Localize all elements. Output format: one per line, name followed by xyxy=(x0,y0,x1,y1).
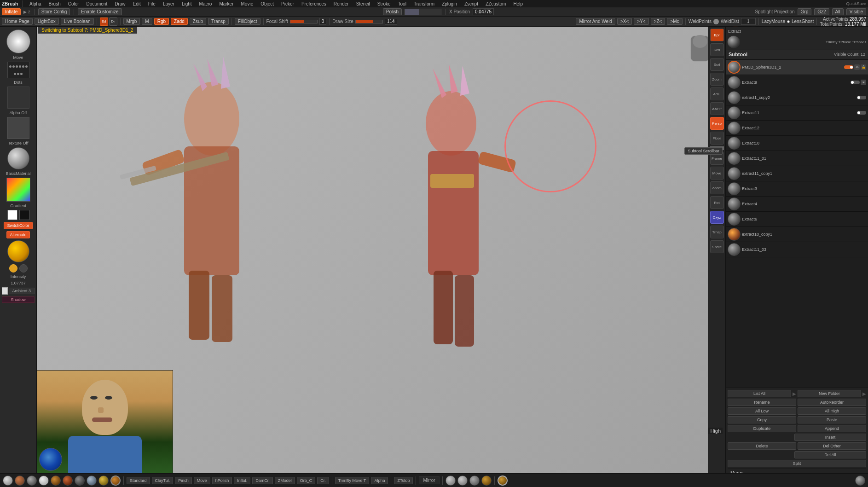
subtool-icon2-sphere[interactable]: 🔒 xyxy=(861,64,866,70)
bottom-sphere-7[interactable] xyxy=(75,475,85,486)
aahalf-button[interactable]: AAHlf xyxy=(710,102,724,115)
menu-preferences[interactable]: Preferences xyxy=(300,1,328,6)
bottom-sphere-active[interactable] xyxy=(110,475,121,486)
subtool-toggle-e11[interactable] xyxy=(857,111,866,115)
subtool-item-e1103[interactable]: Extract11_03 xyxy=(726,242,868,257)
paste-button[interactable]: Paste xyxy=(798,416,866,423)
menu-file[interactable]: File xyxy=(146,1,157,6)
lightbox-button[interactable]: LightBox xyxy=(35,18,59,25)
menu-object[interactable]: Object xyxy=(259,1,276,6)
move-right-button[interactable]: Move xyxy=(710,167,724,180)
bottom-sphere-8[interactable] xyxy=(87,475,97,486)
m-button[interactable]: M xyxy=(142,18,152,25)
menu-movie[interactable]: Movie xyxy=(239,1,255,6)
menu-edit[interactable]: Edit xyxy=(131,1,143,6)
damcr-btn[interactable]: DamCr. xyxy=(252,477,273,484)
subtool-toggle-e1c2[interactable] xyxy=(857,96,866,99)
zsub-button[interactable]: Zsub xyxy=(190,18,206,25)
orb-btn[interactable]: Orb_C xyxy=(297,477,316,484)
frame-button[interactable]: Frame xyxy=(710,152,724,165)
light-on-icon[interactable] xyxy=(9,264,17,272)
mat-sphere-metal[interactable] xyxy=(469,475,480,486)
hpolish-btn[interactable]: hPolish xyxy=(212,477,232,484)
menu-stroke[interactable]: Stroke xyxy=(376,1,393,6)
claytul-btn[interactable]: ClayTul. xyxy=(152,477,174,484)
inflat-btn[interactable]: Inflat. xyxy=(234,477,250,484)
y-mirror-btn[interactable]: >Y< xyxy=(634,18,648,25)
mirror-weld-button[interactable]: Mirror And Weld xyxy=(576,18,615,25)
ambient-swatch[interactable] xyxy=(2,287,8,295)
subtool-item-e10c1[interactable]: extract10_copy1 xyxy=(726,227,868,242)
subtool-item-e11c1[interactable]: extract11_copy1 xyxy=(726,166,868,181)
stool-icon-e9[interactable]: 👁 xyxy=(861,80,866,85)
store-config-button[interactable]: Store Config xyxy=(38,8,70,15)
fill-object-button[interactable]: FillObject xyxy=(235,18,260,25)
menu-document[interactable]: Document xyxy=(85,1,110,6)
mrgb-button[interactable]: Mrgb xyxy=(123,18,140,25)
mc-mirror-btn[interactable]: >Mc xyxy=(667,18,682,25)
trimby-move-btn[interactable]: TrimBy Move T xyxy=(335,477,370,484)
bottom-sphere-9[interactable] xyxy=(98,475,109,486)
cr-btn[interactable]: Cr. xyxy=(317,477,329,484)
tool-thumb-extract[interactable] xyxy=(727,35,740,48)
menu-draw[interactable]: Draw xyxy=(113,1,127,6)
menu-light[interactable]: Light xyxy=(180,1,194,6)
subtool-icon-sphere[interactable]: 👁 xyxy=(854,64,860,70)
inflate-button[interactable]: Inflate xyxy=(2,8,21,15)
menu-help[interactable]: Help xyxy=(511,1,525,6)
focal-shift-slider[interactable] xyxy=(290,20,318,23)
menu-zzcustom[interactable]: ZZcustom xyxy=(484,1,508,6)
split-button[interactable]: Split xyxy=(728,460,866,467)
menu-transform[interactable]: Transform xyxy=(412,1,436,6)
bottom-sphere-2[interactable] xyxy=(15,475,25,486)
menu-zplugin[interactable]: Zplugin xyxy=(440,1,459,6)
z-mirror-btn[interactable]: >Z< xyxy=(651,18,665,25)
insert-button[interactable]: Insert xyxy=(794,434,866,441)
subtool-item-e6[interactable]: Extract6 xyxy=(726,212,868,227)
actual-button[interactable]: Actu xyxy=(710,87,724,100)
transp-right-button[interactable]: Trnsp xyxy=(710,226,724,238)
menu-layer[interactable]: Layer xyxy=(161,1,176,6)
fg-color[interactable] xyxy=(7,210,17,220)
menu-marker[interactable]: Marker xyxy=(217,1,235,6)
mat-sphere-m[interactable] xyxy=(457,475,468,486)
polish-button[interactable]: Polish xyxy=(383,8,402,15)
canvas-area[interactable] xyxy=(37,27,725,473)
brush-icon-2[interactable]: Dr xyxy=(109,17,117,26)
subtool-item-e10[interactable]: Extract10 xyxy=(726,136,868,151)
auto-reorder-button[interactable]: AutoReorder xyxy=(798,399,866,406)
move-brush-btn[interactable]: Move xyxy=(194,477,210,484)
subtool-toggle-e9[interactable] xyxy=(851,81,860,84)
cxyz-button[interactable]: Cxyz xyxy=(710,211,724,224)
zoom3d-button[interactable]: Zoom xyxy=(710,181,724,194)
menu-color[interactable]: Color xyxy=(66,1,81,6)
light-off-icon[interactable] xyxy=(19,264,28,272)
brush-icon-1[interactable]: Ed xyxy=(100,17,108,26)
rgb-button[interactable]: Rgb xyxy=(154,18,169,25)
scroll-button[interactable]: Scrl xyxy=(710,43,724,56)
transp-button[interactable]: Transp xyxy=(208,18,229,25)
menu-brush[interactable]: Brush xyxy=(47,1,63,6)
del-other-button[interactable]: Del Other xyxy=(798,442,866,450)
bottom-sphere-6[interactable] xyxy=(63,475,73,486)
alternate-button[interactable]: Alternate xyxy=(6,231,29,238)
subtool-item-e12[interactable]: Extract12 xyxy=(726,121,868,136)
bottom-sphere-5[interactable] xyxy=(51,475,61,486)
menu-macro[interactable]: Macro xyxy=(197,1,214,6)
all-low-button[interactable]: All Low xyxy=(728,407,796,415)
rotate-button[interactable]: Rot xyxy=(710,196,724,209)
x-mirror-btn[interactable]: >X< xyxy=(617,18,632,25)
delete-button[interactable]: Delete xyxy=(728,442,796,450)
duplicate-button[interactable]: Duplicate xyxy=(728,425,796,432)
visible-button[interactable]: Visible xyxy=(846,8,866,15)
scroll2-button[interactable]: Scrl xyxy=(710,58,724,71)
new-folder-button[interactable]: New Folder xyxy=(798,390,861,397)
menu-stencil[interactable]: Stencil xyxy=(354,1,372,6)
persp-button[interactable]: Persp xyxy=(710,117,724,130)
bottom-sphere-1[interactable] xyxy=(3,475,13,486)
menu-zscript[interactable]: Zscript xyxy=(463,1,480,6)
menu-render[interactable]: Render xyxy=(332,1,351,6)
bpr-button[interactable]: Bpr xyxy=(710,29,724,41)
subtool-item-e1101[interactable]: Extract11_01 xyxy=(726,151,868,166)
subtool-item-e4[interactable]: Extract4 xyxy=(726,197,868,212)
